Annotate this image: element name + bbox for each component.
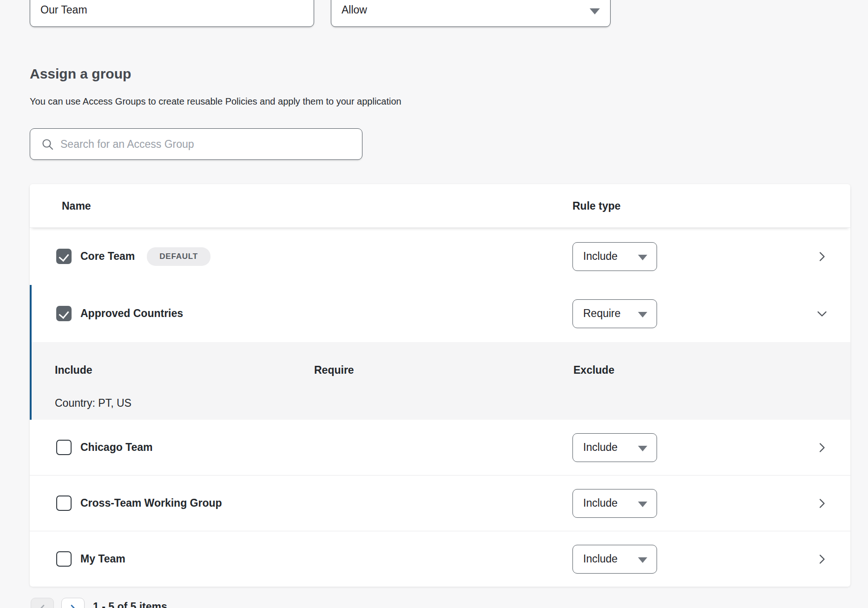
chevron-down-icon (638, 557, 647, 563)
group-name-label: Chicago Team (80, 441, 153, 454)
access-groups-table: Name Rule type Core Team DEFAULT Include… (30, 184, 850, 587)
column-header-rule-type: Rule type (572, 184, 621, 228)
pagination-prev-button[interactable] (31, 598, 54, 608)
rule-type-value: Include (583, 250, 618, 263)
rule-type-select[interactable]: Include (572, 242, 657, 271)
page-title: Assign a group (30, 66, 131, 82)
chevron-left-icon (36, 603, 48, 608)
table-row-my-team: My Team Include (30, 531, 850, 587)
table-header-row: Name Rule type (30, 184, 850, 228)
chevron-right-icon[interactable] (816, 251, 828, 263)
group-name-label: My Team (80, 553, 125, 565)
group-name-label: Cross-Team Working Group (80, 497, 222, 509)
chevron-right-icon (67, 603, 79, 608)
chevron-down-icon[interactable] (816, 308, 828, 320)
pagination-range-label: 1 - 5 of 5 items (93, 601, 167, 608)
default-badge: DEFAULT (147, 247, 210, 266)
include-rule-value: Country: PT, US (55, 397, 132, 410)
rule-type-value: Include (583, 553, 618, 565)
rule-type-select[interactable]: Include (572, 433, 657, 462)
table-row-approved-countries: Approved Countries Require (30, 285, 850, 342)
rule-type-value: Include (583, 497, 618, 509)
table-row-chicago-team: Chicago Team Include (30, 420, 850, 475)
pagination-next-button[interactable] (61, 598, 85, 608)
rule-type-select[interactable]: Include (572, 489, 657, 518)
my-team-checkbox[interactable] (56, 551, 72, 567)
chevron-down-icon (638, 446, 647, 451)
table-row-cross-team: Cross-Team Working Group Include (30, 475, 850, 531)
rule-type-value: Include (583, 441, 618, 454)
action-select[interactable]: Allow (331, 0, 611, 27)
chevron-down-icon (638, 312, 647, 317)
rule-type-select[interactable]: Include (572, 545, 657, 574)
detail-column-exclude: Exclude (573, 364, 614, 377)
chevron-right-icon[interactable] (816, 442, 828, 454)
section-description: You can use Access Groups to create reus… (30, 96, 401, 107)
chevron-down-icon (638, 502, 647, 507)
group-name-label: Approved Countries (80, 307, 183, 320)
approved-countries-checkbox[interactable] (56, 306, 72, 321)
policy-name-input[interactable]: Our Team (30, 0, 314, 27)
chevron-right-icon[interactable] (816, 553, 828, 565)
chevron-down-icon (638, 255, 647, 260)
approved-countries-group: Approved Countries Require Include Requi… (30, 285, 850, 420)
detail-column-require: Require (314, 364, 354, 377)
column-header-name: Name (62, 184, 91, 228)
policy-name-value: Our Team (40, 4, 87, 16)
chicago-team-checkbox[interactable] (56, 440, 72, 455)
rule-type-select[interactable]: Require (572, 299, 657, 328)
rule-details-panel: Include Require Exclude Country: PT, US (30, 342, 850, 420)
action-value: Allow (342, 4, 367, 16)
access-group-search[interactable] (30, 128, 362, 160)
search-input[interactable] (59, 138, 355, 151)
search-icon (41, 138, 54, 151)
cross-team-checkbox[interactable] (56, 496, 72, 511)
group-name-label: Core Team (80, 250, 135, 263)
detail-column-include: Include (55, 364, 92, 377)
chevron-down-icon (590, 8, 600, 14)
core-team-checkbox[interactable] (56, 249, 72, 264)
table-row-core-team: Core Team DEFAULT Include (30, 228, 850, 285)
rule-type-value: Require (583, 307, 621, 320)
chevron-right-icon[interactable] (816, 497, 828, 509)
